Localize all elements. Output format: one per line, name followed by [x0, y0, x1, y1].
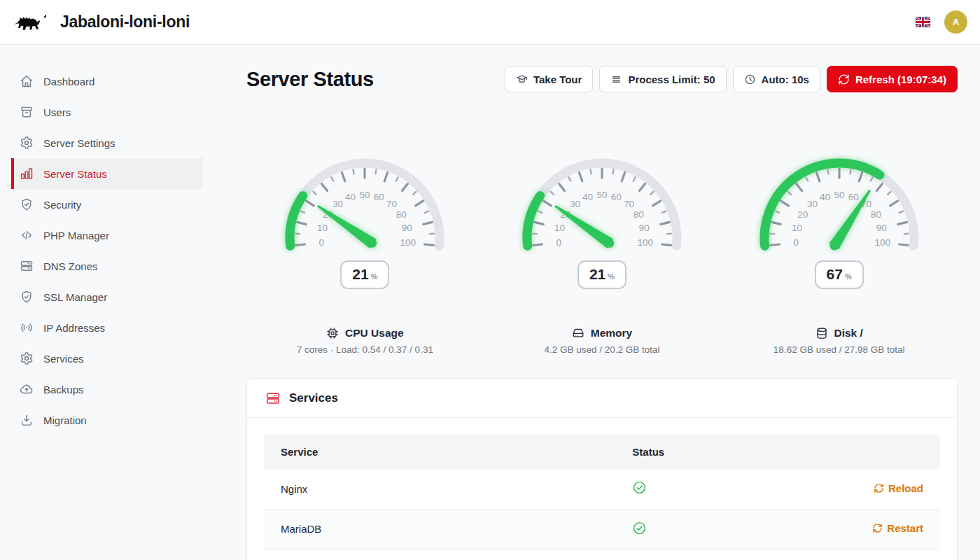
- svg-text:0: 0: [793, 237, 799, 248]
- sidebar-item-php-manager[interactable]: PHP Manager: [11, 220, 203, 251]
- gauge-cpu-usage: 010203040506070809010021%CPU Usage7 core…: [246, 148, 484, 355]
- sidebar-item-label: PHP Manager: [43, 230, 109, 241]
- auto-10s-button[interactable]: Auto: 10s: [733, 66, 820, 92]
- column-header-service: Service: [264, 435, 615, 469]
- svg-text:40: 40: [582, 192, 593, 202]
- refresh-icon: [874, 483, 884, 493]
- gauge-value: 67%: [815, 260, 864, 289]
- svg-text:60: 60: [611, 192, 622, 202]
- svg-text:50: 50: [596, 190, 607, 200]
- sidebar-item-dashboard[interactable]: Dashboard: [11, 66, 203, 97]
- gear-icon: [20, 136, 34, 150]
- svg-text:0: 0: [319, 237, 325, 248]
- table-header-row: Service Status: [264, 435, 940, 469]
- gauge-title: Memory: [484, 327, 721, 340]
- user-avatar[interactable]: A: [944, 10, 967, 34]
- clock-icon: [744, 74, 756, 85]
- button-label: Process Limit: 50: [628, 74, 715, 85]
- gauges-row: 010203040506070809010021%CPU Usage7 core…: [246, 148, 958, 355]
- gauge-title-label: Disk /: [834, 327, 863, 340]
- svg-text:0: 0: [556, 237, 562, 248]
- gauge-title-label: Memory: [591, 327, 632, 340]
- brand-name: Jabaloni-loni-loni: [60, 13, 190, 31]
- sidebar-item-migration[interactable]: Migration: [11, 405, 203, 435]
- svg-text:60: 60: [848, 192, 859, 202]
- svg-text:80: 80: [396, 209, 407, 220]
- svg-text:80: 80: [871, 209, 881, 220]
- refresh-icon: [872, 523, 883, 533]
- gauge-value-unit: %: [845, 272, 852, 281]
- sidebar-item-backups[interactable]: Backups: [11, 374, 203, 405]
- language-flag-uk-icon[interactable]: [916, 17, 930, 27]
- service-action-cell: Restart: [791, 509, 940, 549]
- gauge-memory: 010203040506070809010021%Memory4.2 GB us…: [484, 148, 721, 355]
- check-circle-icon: [632, 480, 647, 495]
- svg-text:30: 30: [570, 199, 580, 209]
- refresh-button[interactable]: Refresh (19:07:34): [827, 66, 958, 92]
- gear-icon: [20, 351, 34, 365]
- sidebar-item-label: Backups: [43, 384, 84, 396]
- service-name: MariaDB: [264, 509, 615, 549]
- page-head: Server Status Take TourProcess Limit: 50…: [246, 66, 958, 92]
- gauge-title: Disk /: [720, 327, 958, 340]
- svg-text:100: 100: [874, 237, 890, 248]
- svg-text:90: 90: [639, 223, 650, 233]
- services-card-title: Services: [289, 391, 338, 405]
- svg-text:60: 60: [374, 192, 384, 202]
- svg-text:30: 30: [807, 199, 818, 209]
- brand: Jabaloni-loni-loni: [13, 9, 190, 36]
- sidebar-item-ssl-manager[interactable]: SSL Manager: [11, 281, 203, 312]
- gauge-value-number: 21: [352, 266, 368, 283]
- main-content: Server Status Take TourProcess Limit: 50…: [214, 45, 980, 560]
- sidebar-item-label: DNS Zones: [43, 260, 98, 272]
- sidebar-item-security[interactable]: Security: [11, 189, 203, 220]
- sidebar-item-server-settings[interactable]: Server Settings: [11, 127, 203, 158]
- gauge-subtitle: 7 cores · Load: 0.54 / 0.37 / 0.31: [246, 344, 484, 355]
- sidebar-item-ip-addresses[interactable]: IP Addresses: [11, 312, 203, 343]
- gauge-value-number: 67: [827, 266, 843, 283]
- shield-check-icon: [20, 290, 34, 304]
- reload-link[interactable]: Reload: [874, 482, 923, 494]
- svg-text:20: 20: [797, 209, 808, 220]
- svg-text:100: 100: [400, 237, 416, 248]
- gauge-value: 21%: [340, 260, 389, 289]
- graduation-cap-icon: [516, 74, 528, 85]
- service-row-nginx: NginxReload: [264, 469, 940, 509]
- sidebar-item-label: Users: [43, 106, 71, 118]
- sidebar-item-label: Server Status: [43, 168, 107, 180]
- services-table: Service Status NginxReloadMariaDBRestart: [264, 435, 940, 550]
- svg-text:100: 100: [637, 237, 653, 248]
- sidebar-item-label: Server Settings: [43, 137, 115, 149]
- cloud-upload-icon: [20, 382, 34, 396]
- restart-link[interactable]: Restart: [872, 522, 923, 534]
- column-header-status: Status: [615, 435, 791, 469]
- gauge-title-label: CPU Usage: [345, 327, 404, 340]
- service-status-cell: [615, 469, 791, 509]
- svg-text:50: 50: [360, 190, 370, 200]
- hard-drive-icon: [572, 327, 584, 340]
- service-row-mariadb: MariaDBRestart: [264, 509, 940, 549]
- boar-logo-icon: [13, 9, 50, 36]
- svg-text:10: 10: [317, 223, 328, 233]
- svg-text:80: 80: [634, 209, 644, 220]
- refresh-icon: [838, 74, 850, 85]
- broadcast-icon: [20, 321, 34, 335]
- cpu-icon: [326, 327, 339, 340]
- sidebar-item-server-status[interactable]: Server Status: [11, 158, 203, 189]
- process-limit-50-button[interactable]: Process Limit: 50: [599, 66, 726, 92]
- services-card-body: Service Status NginxReloadMariaDBRestart: [247, 418, 957, 560]
- gauge-value-number: 21: [589, 266, 606, 283]
- take-tour-button[interactable]: Take Tour: [505, 66, 593, 92]
- svg-text:70: 70: [624, 199, 634, 209]
- gauge-subtitle: 18.62 GB used / 27.98 GB total: [720, 344, 958, 355]
- topbar: Jabaloni-loni-loni A: [0, 0, 980, 45]
- sidebar-item-label: IP Addresses: [43, 322, 105, 334]
- check-circle-icon: [632, 521, 647, 536]
- service-name: Nginx: [264, 469, 615, 509]
- sidebar-item-services[interactable]: Services: [11, 343, 203, 374]
- service-action-cell: Reload: [791, 469, 940, 509]
- sidebar-item-users[interactable]: Users: [11, 97, 203, 127]
- svg-text:10: 10: [554, 223, 565, 233]
- sidebar-item-dns-zones[interactable]: DNS Zones: [11, 251, 203, 281]
- server-stack-icon: [265, 391, 281, 406]
